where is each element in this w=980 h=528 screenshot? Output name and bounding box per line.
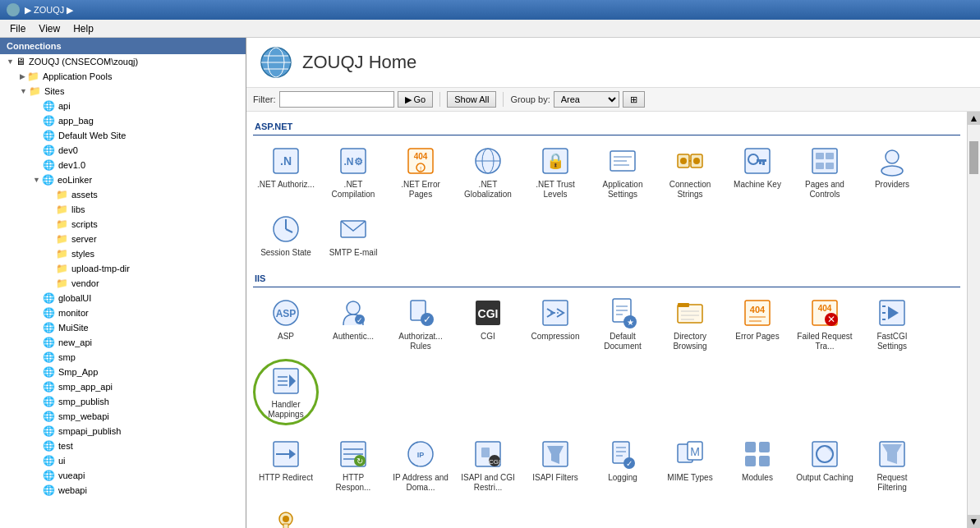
svg-rect-30 bbox=[762, 162, 765, 165]
smtp-email-icon bbox=[337, 213, 370, 248]
icon-item-handler-mappings[interactable]: Handler Mappings bbox=[253, 359, 319, 425]
icon-item-request-filtering[interactable]: Request Filtering bbox=[859, 432, 925, 498]
menu-file[interactable]: File bbox=[3, 21, 32, 36]
scrollbar[interactable]: ▲ ▼ bbox=[967, 112, 980, 528]
sidebar-item-upload-tmp-dir[interactable]: 📁upload-tmp-dir bbox=[0, 261, 246, 276]
icon-item-net-authz[interactable]: .N.NET Authoriz... bbox=[253, 139, 319, 205]
sidebar-item-monitor[interactable]: 🌐monitor bbox=[0, 305, 246, 320]
sidebar-item-globalui[interactable]: 🌐globalUI bbox=[0, 291, 246, 305]
icon-item-failed-request-tra[interactable]: 404✕Failed Request Tra... bbox=[792, 291, 858, 357]
site-icon: 🌐 bbox=[42, 174, 54, 186]
sidebar-item-dev0[interactable]: 🌐dev0 bbox=[0, 143, 246, 158]
menu-help[interactable]: Help bbox=[67, 21, 100, 36]
icon-item-net-globalization[interactable]: .NET Globalization bbox=[455, 139, 521, 205]
sidebar-item-label: scripts bbox=[71, 219, 98, 229]
content-wrapper: ASP.NET.N.NET Authoriz....N⚙.NET Compila… bbox=[246, 112, 980, 528]
go-icon: ▶ bbox=[405, 94, 412, 105]
sidebar-item-ui[interactable]: 🌐ui bbox=[0, 453, 246, 468]
view-toggle-button[interactable]: ⊞ bbox=[623, 91, 645, 108]
http-redirect-label: HTTP Redirect bbox=[259, 473, 313, 483]
icon-item-authentication[interactable]: ✓Authentic... bbox=[320, 291, 386, 357]
sidebar-item-assets[interactable]: 📁assets bbox=[0, 187, 246, 202]
logging-icon: ✓ bbox=[606, 438, 639, 473]
sidebar-item-smp[interactable]: 🌐smp bbox=[0, 350, 246, 365]
sidebar-item-label: dev1.0 bbox=[58, 160, 85, 170]
sidebar-item-smp-webapi[interactable]: 🌐smp_webapi bbox=[0, 409, 246, 424]
icon-item-application-settings[interactable]: Application Settings bbox=[590, 139, 656, 205]
sidebar-item-api[interactable]: 🌐api bbox=[0, 99, 246, 113]
icon-item-cgi[interactable]: CGICGI bbox=[455, 291, 521, 357]
icon-item-compression[interactable]: Compression bbox=[522, 291, 588, 357]
go-button[interactable]: ▶ Go bbox=[398, 91, 434, 108]
sidebar-item-smpapi-publish[interactable]: 🌐smpapi_publish bbox=[0, 424, 246, 438]
svg-text:!: ! bbox=[420, 165, 421, 172]
icon-item-output-caching[interactable]: Output Caching bbox=[792, 432, 858, 498]
icon-item-asp[interactable]: ASPASP bbox=[253, 291, 319, 357]
sidebar-item-smp-app[interactable]: 🌐Smp_App bbox=[0, 365, 246, 379]
session-state-label: Session State bbox=[260, 248, 311, 258]
menu-view[interactable]: View bbox=[32, 21, 67, 36]
icon-item-directory-browsing[interactable]: Directory Browsing bbox=[657, 291, 723, 357]
sidebar-item-test[interactable]: 🌐test bbox=[0, 438, 246, 453]
menu-bar: File View Help bbox=[0, 20, 980, 38]
icon-item-default-document[interactable]: ★Default Document bbox=[590, 291, 656, 357]
sidebar-item-libs[interactable]: 📁libs bbox=[0, 202, 246, 217]
icon-item-net-error-pages[interactable]: 404!.NET Error Pages bbox=[388, 139, 453, 205]
http-response-label: HTTP Respon... bbox=[324, 473, 382, 493]
icon-item-server-certificates[interactable]: Server Certificates bbox=[253, 500, 319, 528]
icon-item-pages-controls[interactable]: Pages and Controls bbox=[792, 139, 858, 205]
scroll-up[interactable]: ▲ bbox=[968, 112, 980, 125]
sidebar-item-app-bag[interactable]: 🌐app_bag bbox=[0, 113, 246, 128]
icon-item-smtp-email[interactable]: SMTP E-mail bbox=[320, 207, 386, 264]
sidebar-item-eolinker[interactable]: ▼🌐eoLinker bbox=[0, 172, 246, 187]
icon-item-http-redirect[interactable]: HTTP Redirect bbox=[253, 432, 319, 498]
icon-item-error-pages[interactable]: 404Error Pages bbox=[725, 291, 790, 357]
sidebar-item-muisite[interactable]: 🌐MuiSite bbox=[0, 320, 246, 335]
icon-item-mime-types[interactable]: MMIME Types bbox=[657, 432, 723, 498]
folder-icon: 📁 bbox=[56, 248, 68, 259]
sidebar-item-scripts[interactable]: 📁scripts bbox=[0, 217, 246, 232]
sidebar-item-styles[interactable]: 📁styles bbox=[0, 246, 246, 261]
sidebar-item-default-web-site[interactable]: 🌐Default Web Site bbox=[0, 128, 246, 143]
icon-item-net-compilation[interactable]: .N⚙.NET Compilation bbox=[320, 139, 386, 205]
icon-item-providers[interactable]: Providers bbox=[859, 139, 925, 205]
show-all-button[interactable]: Show All bbox=[447, 91, 496, 108]
sidebar-item-smp-publish[interactable]: 🌐smp_publish bbox=[0, 394, 246, 409]
icon-item-ip-address[interactable]: IPIP Address and Doma... bbox=[388, 432, 453, 498]
scroll-thumb[interactable] bbox=[969, 141, 978, 174]
icon-item-net-trust-levels[interactable]: 🔒.NET Trust Levels bbox=[522, 139, 588, 205]
sidebar-item-dev10[interactable]: 🌐dev1.0 bbox=[0, 158, 246, 172]
icon-item-session-state[interactable]: Session State bbox=[253, 207, 319, 264]
icon-item-http-response[interactable]: ↻HTTP Respon... bbox=[320, 432, 386, 498]
svg-text:IP: IP bbox=[417, 451, 425, 459]
cgi-label: CGI bbox=[481, 332, 495, 342]
sidebar-item-webapi[interactable]: 🌐webapi bbox=[0, 483, 246, 498]
icon-item-connection-strings[interactable]: Connection Strings bbox=[657, 139, 723, 205]
machine-key-label: Machine Key bbox=[734, 180, 781, 190]
sidebar-item-label: Application Pools bbox=[43, 71, 112, 81]
sidebar-item-new-api[interactable]: 🌐new_api bbox=[0, 335, 246, 350]
svg-rect-113 bbox=[759, 456, 770, 466]
sidebar-item-app-pools[interactable]: ▶📁Application Pools bbox=[0, 69, 246, 84]
sidebar-item-vendor[interactable]: 📁vendor bbox=[0, 276, 246, 291]
sidebar-item-sites[interactable]: ▼📁Sites bbox=[0, 84, 246, 99]
svg-point-26 bbox=[693, 158, 700, 164]
filter-input[interactable] bbox=[279, 91, 394, 108]
sidebar-item-zouqj[interactable]: ▼🖥ZOUQJ (CNSECOM\zouqj) bbox=[0, 54, 246, 69]
icon-item-isapi-filters[interactable]: ISAPI Filters bbox=[522, 432, 588, 498]
icon-item-isapi-cgi[interactable]: CGIISAPI and CGI Restri... bbox=[455, 432, 521, 498]
site-icon: 🌐 bbox=[43, 484, 55, 496]
site-icon: 🌐 bbox=[43, 381, 55, 393]
sidebar-item-server[interactable]: 📁server bbox=[0, 232, 246, 246]
sidebar-item-vueapi[interactable]: 🌐vueapi bbox=[0, 468, 246, 483]
isapi-filters-icon bbox=[539, 438, 572, 473]
icon-item-fastcgi-settings[interactable]: FastCGI Settings bbox=[859, 291, 925, 357]
sidebar-item-smp-app-api[interactable]: 🌐smp_app_api bbox=[0, 379, 246, 394]
icon-item-logging[interactable]: ✓Logging bbox=[590, 432, 656, 498]
scroll-down[interactable]: ▼ bbox=[968, 515, 980, 528]
isapi-cgi-label: ISAPI and CGI Restri... bbox=[459, 473, 517, 493]
icon-item-authorization-rules[interactable]: ✓Authorizat... Rules bbox=[388, 291, 453, 357]
icon-item-machine-key[interactable]: Machine Key bbox=[725, 139, 790, 205]
icon-item-modules[interactable]: Modules bbox=[725, 432, 790, 498]
group-by-select[interactable]: Area bbox=[554, 91, 619, 108]
